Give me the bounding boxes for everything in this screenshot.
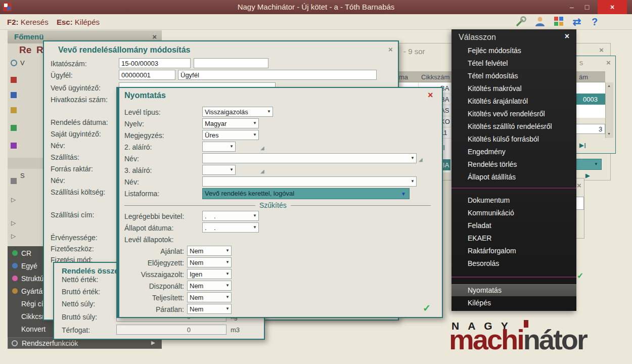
close-icon[interactable]: ×: [388, 46, 393, 53]
resize-corner-icon[interactable]: ◢: [260, 146, 264, 151]
menu-item-engedmeny[interactable]: Engedmény: [468, 148, 506, 156]
menu-item-kitoltes-vevo-rendelesrol[interactable]: Kitöltés vevő rendelésről: [468, 110, 545, 118]
dropdown-arrow-icon: ▼: [225, 284, 230, 288]
dropdown-arrow-icon: ▼: [594, 162, 598, 166]
next-page-icon[interactable]: ▶|: [579, 142, 586, 149]
confirm-check-icon[interactable]: ✓: [577, 272, 583, 280]
menu-item-kitoltes-kulso-forrasbol[interactable]: Kitöltés külső forrásból: [468, 135, 539, 143]
scroll-down-icon[interactable]: ▼: [607, 132, 611, 135]
signer2-name-select[interactable]: ▼: [202, 153, 417, 163]
field-label: Szállítási költség:: [51, 188, 105, 196]
search-shortcut[interactable]: F2: Keresés: [7, 18, 49, 26]
dropdown-arrow-icon: ▼: [411, 179, 415, 184]
sidebar-item-egyeb[interactable]: Egyé: [21, 262, 37, 270]
iktatoszam-input[interactable]: 15-00/00003: [119, 58, 191, 68]
field-label: Bruttó érték:: [62, 288, 100, 296]
misc-icon: [12, 263, 18, 268]
menu-item-besorolas[interactable]: Besorolás: [468, 259, 499, 267]
field-label: Iktatószám:: [51, 60, 87, 68]
maximize-button[interactable]: □: [580, 0, 594, 14]
ugyfel-code-input[interactable]: 00000001: [119, 70, 175, 80]
close-icon[interactable]: ×: [152, 33, 157, 40]
resize-corner-icon[interactable]: ◢: [419, 157, 423, 162]
menu-item-fragment: V: [20, 59, 25, 67]
field-label: Bruttó súly:: [62, 313, 97, 321]
menu-highlight-row[interactable]: [8, 158, 43, 169]
close-button[interactable]: ×: [598, 0, 627, 14]
menu-item-kitoltes-arajanlatrol[interactable]: Kitöltés árajánlatról: [468, 97, 528, 105]
signer3-select[interactable]: ▼: [202, 165, 236, 175]
dialog-title: Vevő rendelésállomány módosítás: [58, 46, 190, 55]
context-menu: Válasszon × Fejléc módosítás Tétel felvé…: [452, 29, 576, 311]
field-label: Állapot dátuma:: [124, 224, 173, 232]
lookup-scrollbar[interactable]: ▲ ▼: [605, 82, 613, 138]
sidebar-item-konvert[interactable]: Konvert: [21, 325, 46, 333]
menu-item-kitoltes-makroval[interactable]: Kitöltés makróval: [468, 84, 522, 93]
resize-corner-icon[interactable]: ◢: [260, 169, 264, 174]
close-icon[interactable]: ×: [428, 90, 433, 100]
folder-icon: [11, 107, 17, 113]
exit-shortcut[interactable]: Esc: Kilépés: [57, 18, 100, 26]
next-icon[interactable]: ▶: [585, 172, 590, 179]
list-format-select[interactable]: Vevő rendelés kerettel, logóval▼: [202, 188, 410, 199]
expand-outline-icon[interactable]: ▷: [11, 219, 16, 226]
app-window: Nagy Machinátor - Új kötet - a - Tóth Ba…: [0, 0, 632, 364]
diszponalt-select[interactable]: Nem▼: [187, 281, 232, 291]
column-header-cikkszam: Cikkszám: [421, 73, 449, 81]
elojegyzett-select[interactable]: Nem▼: [187, 257, 232, 267]
user-icon[interactable]: [533, 16, 547, 28]
minimize-button[interactable]: –: [565, 0, 578, 14]
scroll-up-icon[interactable]: ▲: [607, 84, 611, 87]
print-dialog-title: Nyomtatás: [124, 91, 166, 100]
signer2-select[interactable]: ▼: [202, 142, 236, 152]
crm-icon: [12, 250, 18, 256]
menu-item-kilepes[interactable]: Kilépés: [468, 299, 491, 307]
menu-item-rendeles-torles[interactable]: Rendelés törlés: [468, 160, 517, 168]
transfer-arrows-icon[interactable]: ⇄: [570, 16, 583, 28]
oldest-entry-date-select[interactable]: . .▼: [202, 211, 259, 221]
comment-select[interactable]: Üres▼: [202, 130, 259, 140]
menu-item-tetel-modositas[interactable]: Tétel módosítás: [468, 72, 518, 80]
menu-item-nyomtatas-selected[interactable]: Nyomtatás: [452, 284, 576, 296]
field-label: Teljesített:: [124, 294, 184, 302]
lookup-selected-value: 0003: [583, 96, 598, 103]
iktatoszam-input2[interactable]: [194, 58, 268, 68]
dropdown-arrow-icon: ▼: [253, 225, 257, 230]
language-select[interactable]: Magyar▼: [202, 118, 259, 128]
status-date-select[interactable]: . .▼: [202, 222, 259, 233]
menu-item-ekaer[interactable]: EKAER: [468, 234, 491, 242]
close-icon[interactable]: ×: [599, 46, 604, 54]
close-icon[interactable]: ×: [565, 32, 569, 41]
menu-item-tetel-felvetel[interactable]: Tétel felvétel: [468, 59, 508, 67]
menu-item-fejlec-modositas[interactable]: Fejléc módosítás: [468, 47, 521, 55]
menu-item-kitoltes-szallito-rendelesrol[interactable]: Kitöltés szállító rendelésről: [468, 122, 552, 130]
expand-icon: ▶: [151, 340, 155, 345]
signer3-name-select[interactable]: ▼: [202, 176, 417, 187]
close-icon[interactable]: ×: [606, 59, 611, 66]
menu-item-raktarforgalom[interactable]: Raktárforgalom: [468, 247, 516, 255]
structure-icon: [12, 276, 18, 281]
menu-item-allapot-atallitas[interactable]: Állapot átállítás: [468, 173, 516, 181]
teljesitett-select[interactable]: Nem▼: [187, 292, 232, 302]
field-label: Fizetőeszköz:: [51, 245, 94, 253]
expand-outline-icon[interactable]: ▷: [11, 196, 16, 203]
expand-outline-icon[interactable]: ▷: [11, 233, 16, 240]
sidebar-item-crm[interactable]: CR: [21, 249, 31, 257]
sidebar-item-struktura[interactable]: Struktúr: [21, 275, 46, 283]
ugyfel-name-input[interactable]: Ügyfél: [178, 70, 377, 80]
confirm-check-icon[interactable]: ✓: [423, 303, 431, 313]
close-icon[interactable]: ×: [577, 181, 581, 189]
letter-type-select[interactable]: Visszaigazolás▼: [202, 107, 273, 117]
main-menu-title: Főmenü: [14, 32, 43, 41]
menu-item-dokumentum[interactable]: Dokumentum: [468, 196, 510, 204]
modules-grid-icon[interactable]: [552, 16, 565, 28]
menu-title: Válasszon: [459, 33, 496, 42]
ajanlat-select[interactable]: Nem▼: [187, 246, 232, 256]
paratlan-select[interactable]: Nem▼: [187, 304, 232, 314]
menu-item-feladat[interactable]: Feladat: [468, 221, 491, 230]
menu-item-kommunikacio[interactable]: Kommunikáció: [468, 209, 514, 217]
lookup-count: 3: [599, 125, 602, 133]
tools-wrench-icon[interactable]: [515, 16, 528, 28]
visszaigazolt-select[interactable]: Igen▼: [187, 269, 232, 279]
help-icon[interactable]: ?: [588, 16, 601, 28]
